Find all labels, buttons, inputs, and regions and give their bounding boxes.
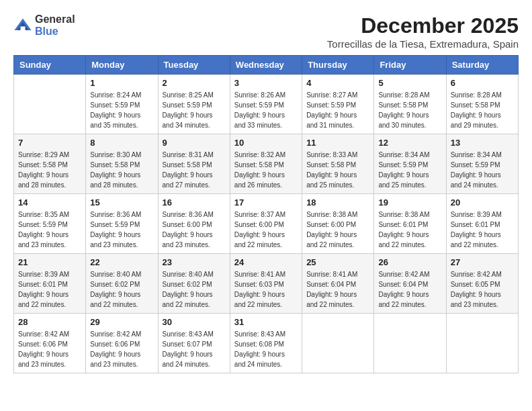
day-number: 31 (234, 317, 298, 327)
day-number: 4 (306, 78, 369, 88)
table-row: 11Sunrise: 8:33 AM Sunset: 5:58 PM Dayli… (302, 134, 374, 194)
day-number: 11 (306, 138, 369, 148)
day-info: Sunrise: 8:40 AM Sunset: 6:02 PM Dayligh… (163, 269, 226, 310)
header-tuesday: Tuesday (158, 56, 230, 75)
table-row: 10Sunrise: 8:32 AM Sunset: 5:58 PM Dayli… (230, 134, 302, 194)
calendar-week-row: 21Sunrise: 8:39 AM Sunset: 6:01 PM Dayli… (14, 254, 519, 314)
day-info: Sunrise: 8:30 AM Sunset: 5:58 PM Dayligh… (90, 150, 153, 190)
table-row: 14Sunrise: 8:35 AM Sunset: 5:59 PM Dayli… (14, 194, 86, 254)
logo: General Blue (13, 13, 75, 37)
table-row: 20Sunrise: 8:39 AM Sunset: 6:01 PM Dayli… (446, 194, 518, 254)
day-info: Sunrise: 8:36 AM Sunset: 5:59 PM Dayligh… (90, 210, 153, 250)
day-info: Sunrise: 8:29 AM Sunset: 5:58 PM Dayligh… (18, 150, 81, 190)
day-number: 28 (18, 317, 81, 327)
day-info: Sunrise: 8:42 AM Sunset: 6:06 PM Dayligh… (90, 329, 153, 369)
day-number: 24 (234, 257, 298, 267)
table-row: 4Sunrise: 8:27 AM Sunset: 5:59 PM Daylig… (302, 75, 374, 134)
calendar-header-row: Sunday Monday Tuesday Wednesday Thursday… (14, 56, 519, 75)
day-info: Sunrise: 8:34 AM Sunset: 5:59 PM Dayligh… (451, 150, 514, 190)
calendar-week-row: 14Sunrise: 8:35 AM Sunset: 5:59 PM Dayli… (14, 194, 519, 254)
day-info: Sunrise: 8:43 AM Sunset: 6:08 PM Dayligh… (234, 329, 298, 369)
table-row: 17Sunrise: 8:37 AM Sunset: 6:00 PM Dayli… (230, 194, 302, 254)
table-row (14, 75, 86, 134)
day-number: 21 (18, 257, 81, 267)
header-saturday: Saturday (446, 56, 518, 75)
calendar-week-row: 7Sunrise: 8:29 AM Sunset: 5:58 PM Daylig… (14, 134, 519, 194)
day-info: Sunrise: 8:38 AM Sunset: 6:01 PM Dayligh… (378, 210, 441, 250)
day-number: 1 (90, 78, 153, 88)
calendar-week-row: 1Sunrise: 8:24 AM Sunset: 5:59 PM Daylig… (14, 75, 519, 134)
day-info: Sunrise: 8:32 AM Sunset: 5:58 PM Dayligh… (234, 150, 298, 190)
day-info: Sunrise: 8:24 AM Sunset: 5:59 PM Dayligh… (90, 90, 153, 130)
logo-general-text: General (35, 13, 75, 26)
day-info: Sunrise: 8:27 AM Sunset: 5:59 PM Dayligh… (306, 90, 369, 130)
day-number: 2 (163, 78, 226, 88)
table-row: 8Sunrise: 8:30 AM Sunset: 5:58 PM Daylig… (86, 134, 158, 194)
header-monday: Monday (86, 56, 158, 75)
day-info: Sunrise: 8:43 AM Sunset: 6:07 PM Dayligh… (163, 329, 226, 369)
day-number: 9 (163, 138, 226, 148)
table-row: 16Sunrise: 8:36 AM Sunset: 6:00 PM Dayli… (158, 194, 230, 254)
table-row: 9Sunrise: 8:31 AM Sunset: 5:58 PM Daylig… (158, 134, 230, 194)
table-row: 19Sunrise: 8:38 AM Sunset: 6:01 PM Dayli… (374, 194, 446, 254)
table-row: 12Sunrise: 8:34 AM Sunset: 5:59 PM Dayli… (374, 134, 446, 194)
day-number: 29 (90, 317, 153, 327)
table-row: 21Sunrise: 8:39 AM Sunset: 6:01 PM Dayli… (14, 254, 86, 314)
header-wednesday: Wednesday (230, 56, 302, 75)
day-number: 30 (163, 317, 226, 327)
day-info: Sunrise: 8:34 AM Sunset: 5:59 PM Dayligh… (378, 150, 441, 190)
day-number: 19 (378, 197, 441, 208)
table-row (374, 314, 446, 373)
day-info: Sunrise: 8:40 AM Sunset: 6:02 PM Dayligh… (90, 269, 153, 310)
day-number: 13 (451, 138, 514, 148)
table-row: 13Sunrise: 8:34 AM Sunset: 5:59 PM Dayli… (446, 134, 518, 194)
day-number: 14 (18, 197, 81, 208)
day-info: Sunrise: 8:28 AM Sunset: 5:58 PM Dayligh… (451, 90, 514, 130)
table-row: 29Sunrise: 8:42 AM Sunset: 6:06 PM Dayli… (86, 314, 158, 373)
table-row: 27Sunrise: 8:42 AM Sunset: 6:05 PM Dayli… (446, 254, 518, 314)
day-number: 15 (90, 197, 153, 208)
day-number: 6 (451, 78, 514, 88)
table-row (446, 314, 518, 373)
day-info: Sunrise: 8:25 AM Sunset: 5:59 PM Dayligh… (163, 90, 226, 130)
day-number: 27 (451, 257, 514, 267)
day-number: 17 (234, 197, 298, 208)
calendar-week-row: 28Sunrise: 8:42 AM Sunset: 6:06 PM Dayli… (14, 314, 519, 373)
day-info: Sunrise: 8:26 AM Sunset: 5:59 PM Dayligh… (234, 90, 298, 130)
day-number: 8 (90, 138, 153, 148)
table-row: 3Sunrise: 8:26 AM Sunset: 5:59 PM Daylig… (230, 75, 302, 134)
table-row: 23Sunrise: 8:40 AM Sunset: 6:02 PM Dayli… (158, 254, 230, 314)
day-info: Sunrise: 8:42 AM Sunset: 6:05 PM Dayligh… (451, 269, 514, 310)
day-number: 25 (306, 257, 369, 267)
logo-icon (13, 16, 32, 35)
table-row: 2Sunrise: 8:25 AM Sunset: 5:59 PM Daylig… (158, 75, 230, 134)
day-info: Sunrise: 8:33 AM Sunset: 5:58 PM Dayligh… (306, 150, 369, 190)
day-number: 18 (306, 197, 369, 208)
day-info: Sunrise: 8:31 AM Sunset: 5:58 PM Dayligh… (163, 150, 226, 190)
day-info: Sunrise: 8:39 AM Sunset: 6:01 PM Dayligh… (451, 210, 514, 250)
day-number: 7 (18, 138, 81, 148)
day-info: Sunrise: 8:39 AM Sunset: 6:01 PM Dayligh… (18, 269, 81, 310)
table-row: 1Sunrise: 8:24 AM Sunset: 5:59 PM Daylig… (86, 75, 158, 134)
day-number: 20 (451, 197, 514, 208)
header-thursday: Thursday (302, 56, 374, 75)
day-number: 10 (234, 138, 298, 148)
day-info: Sunrise: 8:42 AM Sunset: 6:06 PM Dayligh… (18, 329, 81, 369)
calendar-table: Sunday Monday Tuesday Wednesday Thursday… (13, 55, 519, 373)
table-row: 22Sunrise: 8:40 AM Sunset: 6:02 PM Dayli… (86, 254, 158, 314)
day-info: Sunrise: 8:41 AM Sunset: 6:04 PM Dayligh… (306, 269, 369, 310)
day-number: 22 (90, 257, 153, 267)
table-row: 15Sunrise: 8:36 AM Sunset: 5:59 PM Dayli… (86, 194, 158, 254)
day-number: 23 (163, 257, 226, 267)
day-info: Sunrise: 8:28 AM Sunset: 5:58 PM Dayligh… (378, 90, 441, 130)
day-info: Sunrise: 8:42 AM Sunset: 6:04 PM Dayligh… (378, 269, 441, 310)
table-row: 5Sunrise: 8:28 AM Sunset: 5:58 PM Daylig… (374, 75, 446, 134)
day-info: Sunrise: 8:36 AM Sunset: 6:00 PM Dayligh… (163, 210, 226, 250)
day-number: 5 (378, 78, 441, 88)
page-header: General Blue December 2025 Torrecillas d… (13, 13, 519, 50)
day-number: 12 (378, 138, 441, 148)
table-row: 25Sunrise: 8:41 AM Sunset: 6:04 PM Dayli… (302, 254, 374, 314)
table-row (302, 314, 374, 373)
svg-rect-2 (21, 26, 26, 30)
title-section: December 2025 Torrecillas de la Tiesa, E… (327, 13, 519, 50)
